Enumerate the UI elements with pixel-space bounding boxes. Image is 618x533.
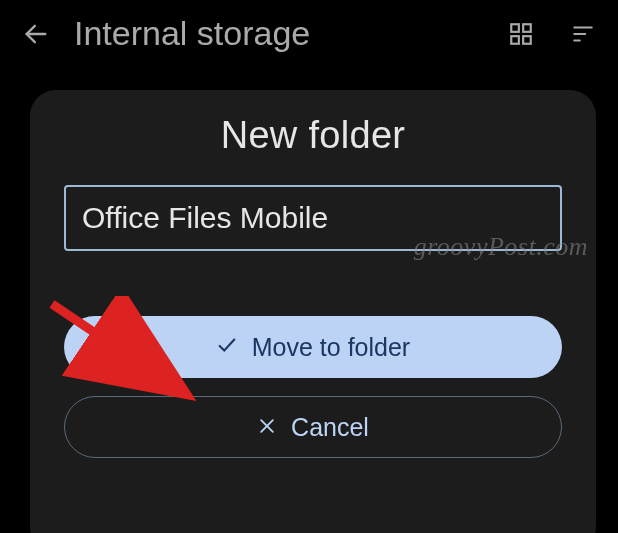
folder-name-input[interactable] [82, 201, 544, 235]
move-to-folder-button[interactable]: Move to folder [64, 316, 562, 378]
svg-rect-2 [523, 24, 531, 32]
dialog-title: New folder [64, 114, 562, 157]
svg-rect-1 [511, 24, 519, 32]
back-icon[interactable] [22, 20, 50, 48]
move-button-label: Move to folder [252, 333, 410, 362]
cancel-button-label: Cancel [291, 413, 369, 442]
page-title: Internal storage [74, 14, 484, 53]
app-bar: Internal storage [0, 0, 618, 67]
svg-rect-3 [511, 36, 519, 44]
grid-view-icon[interactable] [508, 21, 534, 47]
new-folder-dialog: New folder Move to folder Cancel [30, 90, 596, 533]
sort-icon[interactable] [570, 21, 596, 47]
folder-name-field-wrap[interactable] [64, 185, 562, 251]
cancel-button[interactable]: Cancel [64, 396, 562, 458]
svg-rect-4 [523, 36, 531, 44]
check-icon [216, 333, 238, 362]
close-icon [257, 413, 277, 442]
